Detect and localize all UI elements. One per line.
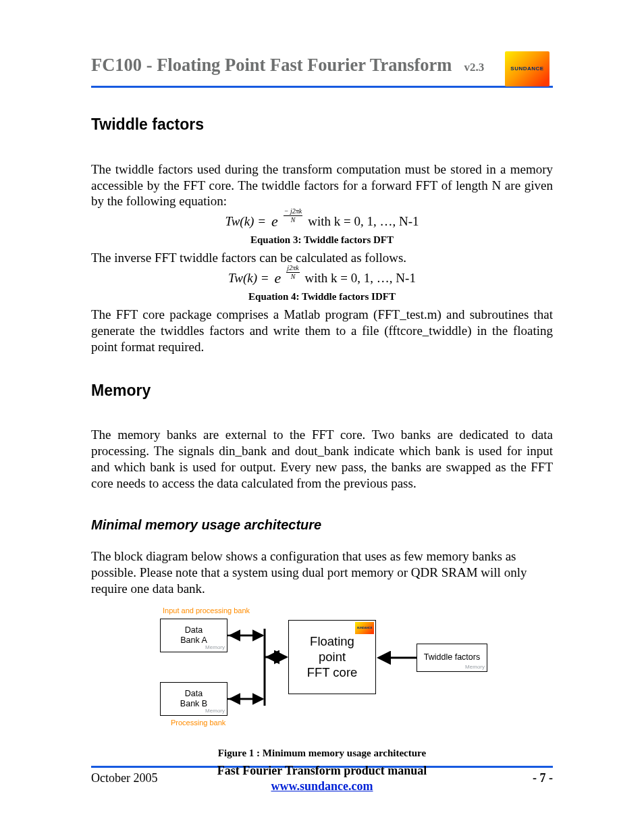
doc-title: FC100 - Floating Point Fast Fourier Tran… — [91, 54, 452, 76]
eq4-lhs: Tw(k) = — [228, 270, 269, 286]
eq3-e: e — [271, 212, 278, 231]
sundance-logo: SUNDANCE — [505, 51, 549, 86]
twiddle-paragraph-1: The twiddle factors used during the tran… — [91, 161, 553, 209]
equation-3: Tw(k) = e − j2πk N with k = 0, 1, …, N-1 — [91, 212, 553, 231]
eq4-condition: with k = 0, 1, …, N-1 — [305, 270, 416, 286]
eq4-e: e — [275, 269, 281, 288]
equation-4-caption: Equation 4: Twiddle factors IDFT — [91, 290, 553, 303]
eq3-lhs: Tw(k) = — [225, 213, 266, 230]
footer-link[interactable]: www.sundance.com — [271, 779, 373, 793]
page-header: FC100 - Floating Point Fast Fourier Tran… — [91, 54, 553, 82]
fig-arrows — [153, 606, 491, 741]
section-heading-memory: Memory — [91, 381, 553, 400]
eq4-numerator: j2πk — [286, 265, 299, 273]
memory-paragraph-1: The memory banks are external to the FFT… — [91, 427, 553, 491]
header-rule — [91, 86, 553, 88]
eq3-numerator: − j2πk — [284, 208, 302, 216]
eq3-exponent: − j2πk N — [284, 208, 302, 224]
equation-4: Tw(k) = e j2πk N with k = 0, 1, …, N-1 — [91, 269, 553, 288]
figure-1-diagram: Input and processing bank Data Bank A Me… — [153, 606, 491, 741]
twiddle-paragraph-3: The FFT core package comprises a Matlab … — [91, 307, 553, 355]
eq4-exponent: j2πk N — [286, 265, 299, 280]
footer-rule — [91, 766, 553, 768]
section-heading-twiddle: Twiddle factors — [91, 115, 553, 134]
eq4-denominator: N — [291, 273, 296, 280]
eq3-condition: with k = 0, 1, …, N-1 — [308, 213, 419, 230]
equation-3-caption: Equation 3: Twiddle factors DFT — [91, 234, 553, 246]
footer-page-number: - 7 - — [533, 771, 553, 786]
minmem-paragraph-1: The block diagram below shows a configur… — [91, 548, 553, 596]
twiddle-paragraph-2: The inverse FFT twiddle factors can be c… — [91, 250, 553, 266]
figure-1-caption: Figure 1 : Minimum memory usage architec… — [91, 747, 553, 760]
doc-version: v2.3 — [464, 60, 484, 74]
eq3-denominator: N — [291, 216, 296, 224]
footer-date: October 2005 — [91, 771, 157, 786]
logo-text: SUNDANCE — [510, 66, 543, 72]
subsection-heading-minmem: Minimal memory usage architecture — [91, 517, 553, 533]
page-footer: October 2005 Fast Fourier Transform prod… — [91, 771, 553, 786]
